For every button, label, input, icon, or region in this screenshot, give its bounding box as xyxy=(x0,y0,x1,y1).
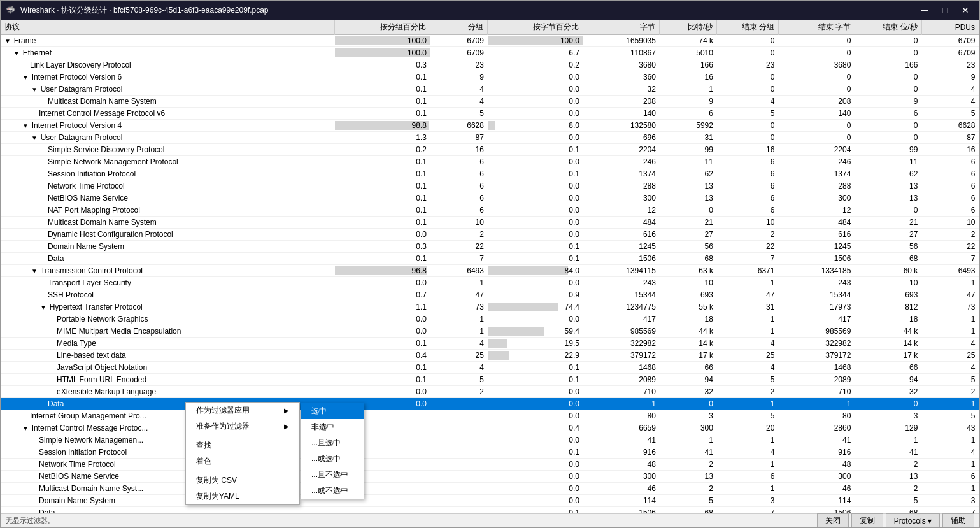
cell-packets xyxy=(430,422,488,434)
table-row[interactable]: Session Initiation Protocol0.19164149164… xyxy=(1,446,979,459)
cell-packets: 6 xyxy=(430,192,488,204)
table-row[interactable]: Internet Group Management Pro...0.080358… xyxy=(1,410,979,422)
pct-packets-value: 0.1 xyxy=(416,363,427,372)
close-button[interactable]: ✕ xyxy=(956,4,974,17)
table-row[interactable]: ▼ Hypertext Transfer Protocol1.17374.412… xyxy=(1,301,979,313)
submenu-apply[interactable]: 选中 非选中 ...且选中 ...或选中 ...且不选中 ...或不选中 xyxy=(301,403,364,499)
table-row[interactable]: Data0.170.115066871506687 xyxy=(1,253,979,265)
expand-icon[interactable]: ▼ xyxy=(31,86,39,93)
col-protocol[interactable]: 协议 xyxy=(1,20,335,35)
cell-protocol: Line-based text data xyxy=(1,350,335,362)
ctx-copy-csv[interactable]: 复制为 CSV xyxy=(186,473,299,489)
table-row[interactable]: ▼ Internet Control Message Protoc...0.46… xyxy=(1,422,979,434)
table-row[interactable]: Simple Network Managemen...0.041114111 xyxy=(1,434,979,446)
table-row[interactable]: Simple Network Management Protocol0.160.… xyxy=(1,156,979,168)
col-pct-bytes[interactable]: 按字节百分比 xyxy=(488,20,583,35)
sub-and-not-selected-1[interactable]: ...且不选中 xyxy=(301,467,364,483)
table-row[interactable]: Dynamic Host Configuration Protocol0.020… xyxy=(1,229,979,241)
pct-bytes-value: 0.0 xyxy=(569,85,579,94)
table-row[interactable]: Line-based text data0.42522.937917217 k2… xyxy=(1,350,979,362)
table-row[interactable]: Domain Name System0.3220.112455622124556… xyxy=(1,241,979,253)
table-row[interactable]: Multicast Domain Name System0.1100.04842… xyxy=(1,217,979,229)
expand-icon[interactable]: ▼ xyxy=(13,50,22,57)
ctx-filter-apply[interactable]: 作为过滤器应用 ▶ 选中 非选中 ...且选中 ...或选中 ...且不选中 .… xyxy=(186,403,299,418)
sub-or-selected-1[interactable]: ...或选中 xyxy=(301,451,364,467)
table-row[interactable]: ▼ Transmission Control Protocol96.864938… xyxy=(1,265,979,277)
protocol-table: 协议 按分组百分比 分组 按字节百分比 字节 比特/秒 结束 分组 结束 字节 … xyxy=(1,20,979,513)
table-row[interactable]: eXtensible Markup Language0.020.07103227… xyxy=(1,386,979,398)
context-menu[interactable]: 作为过滤器应用 ▶ 选中 非选中 ...且选中 ...或选中 ...且不选中 .… xyxy=(185,402,300,505)
expand-icon[interactable]: ▼ xyxy=(22,122,31,129)
cell-pct-bytes: 0.0 xyxy=(488,471,583,483)
ctx-color[interactable]: 着色 xyxy=(186,453,299,469)
table-row[interactable]: JavaScript Object Notation0.140.11468664… xyxy=(1,362,979,374)
help-btn[interactable]: 辅助 xyxy=(942,513,974,527)
cell-bits-s: 55 k xyxy=(660,301,717,313)
cell-pct-packets: 0.1 xyxy=(335,362,430,374)
table-row[interactable]: SSH Protocol0.7470.915344693471534469347 xyxy=(1,289,979,301)
table-container[interactable]: 协议 按分组百分比 分组 按字节百分比 字节 比特/秒 结束 分组 结束 字节 … xyxy=(1,20,979,513)
cell-end-packets: 31 xyxy=(717,301,779,313)
pct-bytes-value: 0.0 xyxy=(569,206,579,215)
minimize-button[interactable]: ─ xyxy=(916,4,934,17)
table-row[interactable]: ▼ Internet Protocol Version 60.190.03601… xyxy=(1,71,979,83)
table-row[interactable]: Data0.00.0101101 xyxy=(1,398,979,410)
expand-icon[interactable]: ▼ xyxy=(22,74,31,81)
table-row[interactable]: Internet Control Message Protocol v60.15… xyxy=(1,108,979,120)
cell-packets: 87 xyxy=(430,132,488,144)
expand-icon[interactable]: ▼ xyxy=(31,134,39,141)
table-row[interactable]: HTML Form URL Encoded0.150.1208994520899… xyxy=(1,374,979,386)
table-row[interactable]: Multicast Domain Name Syst...0.046214621 xyxy=(1,483,979,495)
table-row[interactable]: ▼ User Datagram Protocol0.140.03210004 xyxy=(1,83,979,96)
ctx-find[interactable]: 查找 xyxy=(186,438,299,453)
col-end-packets[interactable]: 结束 分组 xyxy=(717,20,779,35)
expand-icon[interactable]: ▼ xyxy=(40,304,48,311)
copy-btn[interactable]: 复制 xyxy=(851,513,883,527)
sub-or-not-selected-1[interactable]: ...或不选中 xyxy=(301,483,364,499)
expand-icon[interactable]: ▼ xyxy=(4,38,13,45)
col-end-bytes[interactable]: 结束 字节 xyxy=(778,20,855,35)
table-row[interactable]: ▼ Frame100.06709100.0165903574 k0006709 xyxy=(1,35,979,47)
cell-protocol: Multicast Domain Name System xyxy=(1,217,335,229)
table-row[interactable]: Portable Network Graphics0.010.041718141… xyxy=(1,313,979,325)
ctx-copy-yaml[interactable]: 复制为YAML xyxy=(186,489,299,504)
cell-pct-bytes: 0.1 xyxy=(488,241,583,253)
sub-and-selected-1[interactable]: ...且选中 xyxy=(301,435,364,451)
cell-packets xyxy=(430,446,488,459)
table-row[interactable]: ▼ User Datagram Protocol1.3870.069631000… xyxy=(1,132,979,144)
expand-icon[interactable]: ▼ xyxy=(22,425,31,432)
cell-end-bits_s: 166 xyxy=(855,59,921,71)
col-pdus[interactable]: PDUs xyxy=(921,20,979,35)
col-bits-s[interactable]: 比特/秒 xyxy=(660,20,717,35)
col-packets[interactable]: 分组 xyxy=(430,20,488,35)
sub-selected-1[interactable]: 选中 xyxy=(301,403,364,419)
table-row[interactable]: NetBIOS Name Service0.160.0300136300136 xyxy=(1,192,979,204)
table-row[interactable]: Simple Service Discovery Protocol0.2160.… xyxy=(1,144,979,156)
sub-not-selected-1[interactable]: 非选中 xyxy=(301,419,364,435)
table-row[interactable]: Network Time Protocol0.160.0288136288136 xyxy=(1,180,979,192)
table-row[interactable]: Data0.115066871506687 xyxy=(1,507,979,514)
ctx-filter-prepare[interactable]: 准备作为过滤器 ▶ xyxy=(186,418,299,434)
table-row[interactable]: ▼ Internet Protocol Version 498.866288.0… xyxy=(1,120,979,132)
cell-end-bytes: 0 xyxy=(778,71,855,83)
table-row[interactable]: Media Type0.1419.532298214 k432298214 k4 xyxy=(1,338,979,350)
col-end-bits-s[interactable]: 结束 位/秒 xyxy=(855,20,921,35)
cell-packets: 1 xyxy=(430,313,488,325)
cell-bits-s: 13 xyxy=(660,180,717,192)
table-row[interactable]: NetBIOS Name Service0.0300136300136 xyxy=(1,471,979,483)
table-row[interactable]: Multicast Domain Name System0.140.020894… xyxy=(1,96,979,108)
table-row[interactable]: MIME Multipart Media Encapsulation0.0159… xyxy=(1,325,979,338)
table-row[interactable]: ▼ Ethernet100.067096.711086750100006709 xyxy=(1,47,979,59)
table-row[interactable]: Transport Layer Security0.010.0243101243… xyxy=(1,277,979,289)
table-row[interactable]: Session Initiation Protocol0.160.1137462… xyxy=(1,168,979,180)
table-row[interactable]: Network Time Protocol0.048214821 xyxy=(1,459,979,471)
col-bytes[interactable]: 字节 xyxy=(583,20,660,35)
protocols-btn[interactable]: Protocols ▾ xyxy=(886,513,940,527)
close-btn[interactable]: 关闭 xyxy=(817,513,849,527)
table-row[interactable]: Link Layer Discovery Protocol0.3230.2368… xyxy=(1,59,979,71)
col-pct-packets[interactable]: 按分组百分比 xyxy=(335,20,430,35)
table-row[interactable]: NAT Port Mapping Protocol0.160.012061206 xyxy=(1,204,979,217)
maximize-button[interactable]: □ xyxy=(936,4,954,17)
expand-icon[interactable]: ▼ xyxy=(31,268,39,275)
table-row[interactable]: Domain Name System0.01145311453 xyxy=(1,495,979,507)
